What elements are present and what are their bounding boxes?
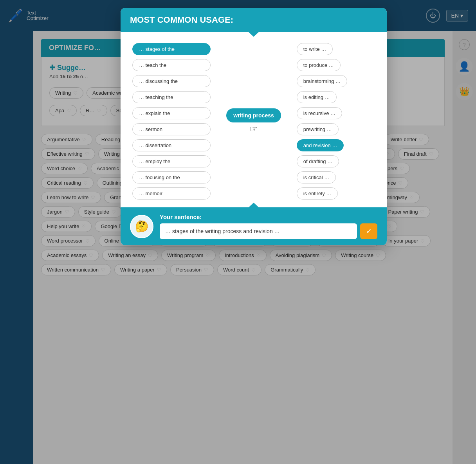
right-phrase-2[interactable]: brainstorming …	[297, 75, 347, 87]
modal-body: … stages of the… teach the… discussing t…	[121, 32, 387, 207]
center-node-area: writing process ☞	[226, 108, 281, 134]
left-phrase-0[interactable]: … stages of the	[132, 43, 211, 55]
right-phrase-0[interactable]: to write …	[297, 43, 333, 55]
left-phrase-5[interactable]: … sermon	[132, 123, 211, 135]
right-phrase-1[interactable]: to produce …	[297, 59, 341, 71]
main-node[interactable]: writing process	[226, 108, 281, 122]
left-phrase-7[interactable]: … employ the	[132, 155, 211, 167]
right-phrase-7[interactable]: of drafting …	[297, 155, 339, 167]
right-phrase-9[interactable]: is entirely …	[297, 187, 338, 200]
avatar-icon: 🤔	[135, 220, 149, 233]
left-phrase-4[interactable]: … explain the	[132, 107, 211, 119]
left-phrases: … stages of the… teach the… discussing t…	[132, 43, 211, 200]
left-phrase-1[interactable]: … teach the	[132, 59, 211, 71]
right-phrase-5[interactable]: prewriting …	[297, 123, 339, 135]
right-phrase-8[interactable]: is critical …	[297, 171, 336, 183]
right-phrase-6[interactable]: and revision …	[297, 139, 344, 151]
modal-title: MOST COMMON USAGE:	[130, 15, 377, 25]
avatar: 🤔	[130, 215, 153, 238]
left-phrase-2[interactable]: … discussing the	[132, 75, 211, 87]
right-phrases: to write …to produce …brainstorming …is …	[297, 43, 375, 200]
right-phrase-4[interactable]: is recursive …	[297, 107, 342, 119]
modal-header: MOST COMMON USAGE:	[121, 8, 387, 32]
left-phrase-6[interactable]: … dissertation	[132, 139, 211, 151]
modal-footer: 🤔 Your sentence: ✓	[121, 207, 387, 245]
sentence-input-row: ✓	[160, 223, 377, 239]
left-phrase-9[interactable]: … memoir	[132, 187, 211, 200]
modal: MOST COMMON USAGE: … stages of the… teac…	[121, 8, 387, 245]
sentence-input[interactable]	[160, 223, 357, 239]
footer-right: Your sentence: ✓	[160, 214, 377, 239]
left-phrase-3[interactable]: … teaching the	[132, 91, 211, 103]
your-sentence-label: Your sentence:	[160, 214, 377, 220]
confirm-button[interactable]: ✓	[360, 223, 377, 239]
cursor-icon: ☞	[250, 124, 258, 134]
right-phrase-3[interactable]: is editing …	[297, 91, 337, 103]
left-phrase-8[interactable]: … focusing on the	[132, 171, 211, 183]
modal-overlay: MOST COMMON USAGE: … stages of the… teac…	[0, 0, 476, 464]
